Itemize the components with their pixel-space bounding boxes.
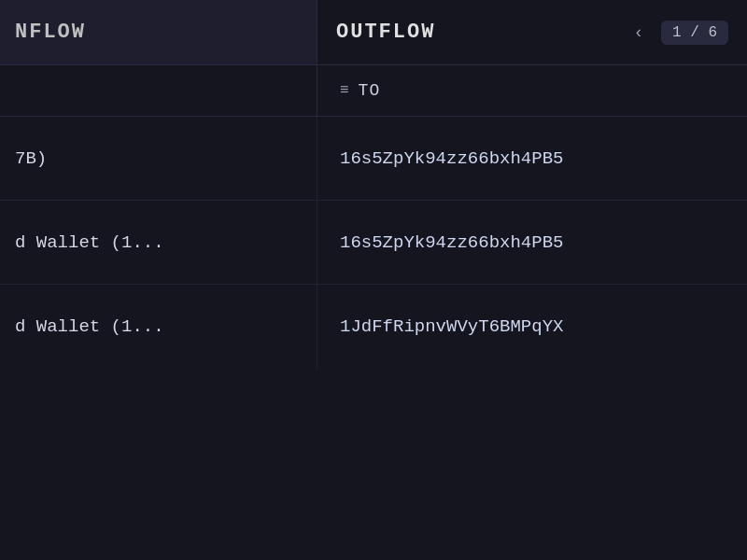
- main-container: NFLOW OUTFLOW ‹ 1 / 6 ≡ TO 7B) 16s5ZpYk: [0, 0, 747, 560]
- to-address-1: 16s5ZpYk94zz66bxh4PB5: [340, 148, 563, 169]
- pagination-controls: ‹ 1 / 6: [624, 18, 728, 48]
- right-cell-1: 16s5ZpYk94zz66bxh4PB5: [317, 117, 747, 200]
- inflow-label: NFLOW: [15, 21, 86, 44]
- to-address-2: 16s5ZpYk94zz66bxh4PB5: [340, 232, 563, 253]
- to-address-3: 1JdFfRipnvWVyT6BMPqYX: [340, 316, 563, 337]
- inflow-header: NFLOW: [0, 0, 317, 64]
- from-value-3: d Wallet (1...: [15, 316, 164, 337]
- table-row: d Wallet (1... 1JdFfRipnvWVyT6BMPqYX: [0, 285, 747, 369]
- table-row: 7B) 16s5ZpYk94zz66bxh4PB5: [0, 117, 747, 201]
- outflow-header: OUTFLOW ‹ 1 / 6: [317, 18, 747, 48]
- right-cell-2: 16s5ZpYk94zz66bxh4PB5: [317, 201, 747, 284]
- data-rows-container: 7B) 16s5ZpYk94zz66bxh4PB5 d Wallet (1...…: [0, 117, 747, 560]
- from-value-1: 7B): [15, 148, 47, 169]
- header-row: NFLOW OUTFLOW ‹ 1 / 6: [0, 0, 747, 65]
- left-cell-1: 7B): [0, 117, 317, 200]
- left-cell-3: d Wallet (1...: [0, 285, 317, 369]
- filter-row: ≡ TO: [0, 65, 747, 117]
- table-row: d Wallet (1... 16s5ZpYk94zz66bxh4PB5: [0, 201, 747, 285]
- right-cell-3: 1JdFfRipnvWVyT6BMPqYX: [317, 285, 747, 369]
- from-value-2: d Wallet (1...: [15, 232, 164, 253]
- filter-label: TO: [359, 81, 381, 100]
- page-indicator: 1 / 6: [661, 21, 728, 45]
- left-cell-2: d Wallet (1...: [0, 201, 317, 284]
- outflow-label: OUTFLOW: [336, 21, 435, 44]
- filter-icon[interactable]: ≡: [340, 82, 349, 99]
- filter-right: ≡ TO: [317, 81, 747, 100]
- filter-left-spacer: [0, 65, 317, 116]
- prev-page-button[interactable]: ‹: [624, 18, 654, 48]
